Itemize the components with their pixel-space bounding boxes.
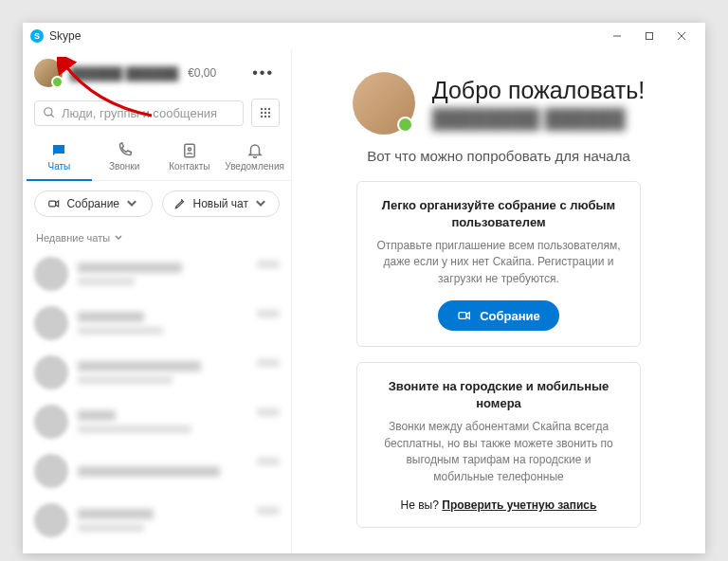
tab-contacts[interactable]: Контакты <box>157 136 223 180</box>
chat-icon <box>50 142 67 159</box>
recent-chats-header[interactable]: Недавние чаты <box>23 226 291 249</box>
chat-avatar <box>34 405 68 439</box>
chat-preview <box>78 327 163 335</box>
chevron-down-icon <box>114 233 123 243</box>
dialpad-icon <box>259 106 272 119</box>
svg-point-10 <box>264 112 266 114</box>
chat-avatar <box>34 355 68 389</box>
chat-item[interactable] <box>23 496 291 545</box>
chat-item[interactable] <box>23 249 291 299</box>
profile-balance: €0,00 <box>188 66 216 80</box>
chat-list <box>23 249 291 553</box>
svg-line-5 <box>51 115 54 118</box>
dialpad-button[interactable] <box>251 99 280 127</box>
sidebar: ██████ ██████ €0,00 ••• Чаты <box>23 49 292 553</box>
tab-notifications[interactable]: Уведомления <box>222 136 287 180</box>
meeting-button[interactable]: Собрание <box>34 190 153 217</box>
card-title: Легко организуйте собрание с любым польз… <box>374 197 623 230</box>
card-calls: Звоните на городские и мобильные номера … <box>356 362 641 528</box>
welcome-username: ████████ ██████ <box>432 108 646 130</box>
card-title: Звоните на городские и мобильные номера <box>374 378 623 411</box>
chat-avatar <box>34 306 68 340</box>
chat-item[interactable] <box>23 397 291 446</box>
chat-name <box>78 312 144 322</box>
chat-preview <box>78 425 191 433</box>
contacts-icon <box>181 142 198 159</box>
chat-avatar <box>34 454 68 488</box>
minimize-button[interactable] <box>601 27 633 45</box>
chat-time <box>257 310 280 317</box>
svg-point-4 <box>45 108 52 116</box>
svg-point-6 <box>261 108 263 110</box>
svg-point-11 <box>268 112 270 114</box>
chat-time <box>257 507 280 515</box>
svg-point-9 <box>261 112 263 114</box>
chat-name <box>78 509 154 519</box>
tab-chats[interactable]: Чаты <box>27 136 92 181</box>
chevron-down-icon <box>125 197 138 210</box>
chat-name <box>78 466 220 477</box>
profile-row[interactable]: ██████ ██████ €0,00 ••• <box>23 49 291 93</box>
chat-name <box>78 262 182 273</box>
search-input[interactable] <box>62 106 235 120</box>
chat-item[interactable] <box>23 348 291 397</box>
app-window: S Skype ██████ ██████ €0,00 ••• <box>23 23 705 553</box>
chat-name <box>78 410 116 421</box>
card-text: Звонки между абонентами Скайпа всегда бе… <box>374 419 623 485</box>
chat-preview <box>78 278 135 285</box>
compose-icon <box>173 197 187 210</box>
chat-time <box>257 359 280 367</box>
video-icon <box>47 197 61 210</box>
search-box[interactable] <box>34 100 244 126</box>
skype-logo-icon: S <box>30 29 44 43</box>
chat-time <box>257 261 280 268</box>
phone-icon <box>116 142 133 159</box>
card-footer: Не вы? Проверить учетную запись <box>374 498 623 512</box>
avatar[interactable] <box>34 59 63 87</box>
svg-point-7 <box>264 108 266 110</box>
svg-rect-17 <box>49 201 56 207</box>
welcome-title: Добро пожаловать! <box>432 77 646 104</box>
svg-point-13 <box>264 116 266 118</box>
close-button[interactable] <box>665 27 698 45</box>
tab-calls[interactable]: Звонки <box>92 136 157 180</box>
main-pane: Добро пожаловать! ████████ ██████ Вот чт… <box>292 49 705 553</box>
make-meeting-button[interactable]: Собрание <box>438 300 559 331</box>
svg-rect-18 <box>459 313 466 319</box>
bell-icon <box>246 142 264 159</box>
chat-item[interactable] <box>23 299 291 348</box>
chat-preview <box>78 524 144 532</box>
chat-name <box>78 361 201 371</box>
chat-preview <box>78 376 173 384</box>
video-icon <box>457 308 472 323</box>
avatar-large <box>353 72 415 135</box>
svg-point-14 <box>268 116 270 118</box>
svg-point-12 <box>261 116 263 118</box>
svg-point-8 <box>268 108 270 110</box>
check-account-link[interactable]: Проверить учетную запись <box>442 498 596 512</box>
profile-name: ██████ ██████ <box>70 66 178 81</box>
titlebar: S Skype <box>23 23 705 49</box>
nav-tabs: Чаты Звонки Контакты Уведомления <box>23 136 291 181</box>
svg-rect-1 <box>646 33 653 40</box>
chat-avatar <box>34 257 68 291</box>
search-icon <box>43 106 56 119</box>
chat-time <box>257 458 280 465</box>
chat-avatar <box>34 503 68 537</box>
svg-point-16 <box>188 148 191 151</box>
maximize-button[interactable] <box>633 27 665 45</box>
new-chat-button[interactable]: Новый чат <box>162 190 281 217</box>
chat-item[interactable] <box>23 446 291 496</box>
card-text: Отправьте приглашение всем пользователям… <box>374 238 623 287</box>
more-menu-button[interactable]: ••• <box>246 61 280 85</box>
welcome-subtitle: Вот что можно попробовать для начала <box>367 148 630 164</box>
card-meeting: Легко организуйте собрание с любым польз… <box>356 181 641 347</box>
chevron-down-icon <box>254 197 267 210</box>
chat-time <box>257 408 280 416</box>
window-title: Skype <box>49 29 81 43</box>
